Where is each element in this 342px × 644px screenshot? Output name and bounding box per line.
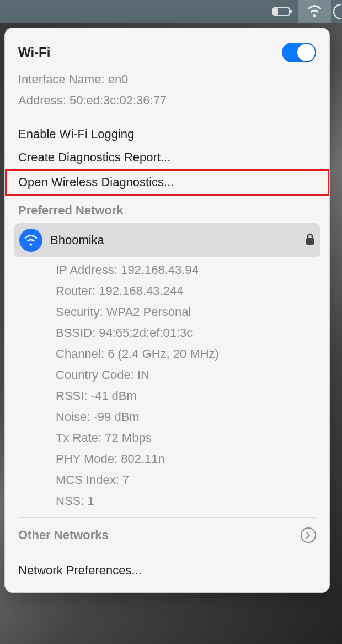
rssi-row: RSSI: -41 dBm — [5, 386, 329, 407]
router-row: Router: 192.168.43.244 — [5, 281, 329, 302]
enable-wifi-logging-item[interactable]: Enable Wi-Fi Logging — [5, 123, 329, 146]
divider — [18, 553, 316, 553]
panel-title: Wi-Fi — [18, 45, 50, 60]
interface-name-value: en0 — [108, 72, 129, 86]
other-networks-item[interactable]: Other Networks — [5, 523, 329, 547]
other-networks-label: Other Networks — [18, 528, 109, 542]
network-preferences-item[interactable]: Network Preferences... — [5, 559, 329, 582]
menubar — [0, 0, 342, 23]
lock-icon — [305, 233, 315, 247]
create-diagnostics-item[interactable]: Create Diagnostics Report... — [5, 146, 329, 169]
ip-address-row: IP Address: 192.168.43.94 — [5, 260, 329, 281]
nss-row: NSS: 1 — [5, 490, 329, 511]
tx-rate-row: Tx Rate: 72 Mbps — [5, 427, 329, 448]
address-value: 50:ed:3c:02:36:77 — [70, 93, 167, 107]
svg-rect-1 — [306, 238, 314, 245]
interface-name-label: Interface Name: — [18, 72, 105, 86]
svg-point-0 — [334, 4, 341, 19]
battery-menubar-item[interactable] — [265, 0, 298, 23]
address-row: Address: 50:ed:3c:02:36:77 — [5, 90, 329, 111]
noise-row: Noise: -99 dBm — [5, 407, 329, 427]
preferred-network-item[interactable]: Bhoomika — [14, 223, 320, 257]
chevron-right-icon — [301, 527, 316, 543]
wifi-menubar-item[interactable] — [298, 0, 331, 23]
security-row: Security: WPA2 Personal — [5, 302, 329, 323]
panel-header: Wi-Fi — [5, 38, 329, 69]
wifi-connected-icon — [19, 229, 42, 252]
toggle-knob — [297, 44, 315, 61]
preferred-network-header: Preferred Network — [5, 196, 329, 221]
battery-icon — [272, 7, 290, 16]
wifi-toggle[interactable] — [282, 43, 316, 62]
wifi-panel: Wi-Fi Interface Name: en0 Address: 50:ed… — [4, 28, 330, 593]
interface-name-row: Interface Name: en0 — [5, 69, 329, 90]
open-wireless-diagnostics-item[interactable]: Open Wireless Diagnostics... — [7, 171, 328, 194]
mcs-index-row: MCS Index: 7 — [5, 469, 329, 490]
phy-mode-row: PHY Mode: 802.11n — [5, 448, 329, 469]
partial-icon — [331, 3, 341, 20]
highlight-annotation: Open Wireless Diagnostics... — [5, 169, 329, 196]
divider — [18, 517, 316, 518]
address-label: Address: — [18, 93, 66, 107]
country-code-row: Country Code: IN — [5, 365, 329, 386]
wifi-icon — [307, 4, 322, 19]
channel-row: Channel: 6 (2.4 GHz, 20 MHz) — [5, 344, 329, 365]
bssid-row: BSSID: 94:65:2d:ef:01:3c — [5, 323, 329, 344]
divider — [18, 117, 316, 117]
network-name-label: Bhoomika — [50, 233, 297, 247]
control-center-menubar-item[interactable] — [331, 0, 342, 23]
